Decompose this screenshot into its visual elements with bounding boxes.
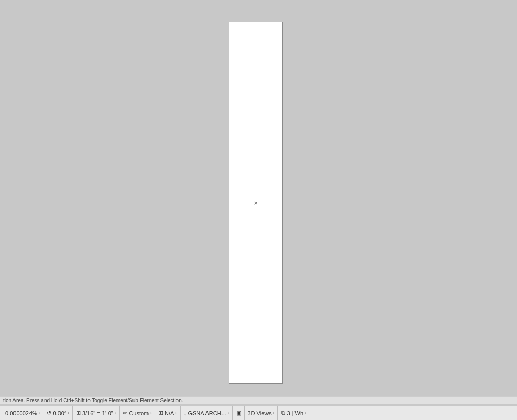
scale-status[interactable]: ⊞ 3/16" = 1'-0" › [73, 406, 120, 420]
cross-marker: × [254, 199, 258, 207]
view-mode-chevron: › [273, 411, 275, 415]
zoom-chevron: › [39, 411, 40, 415]
scale-chevron: › [115, 411, 116, 415]
canvas-area: × [0, 0, 517, 406]
rotation-status[interactable]: ↺ 0.00° › [43, 406, 72, 420]
zoom-value: 0.0000024% [5, 410, 37, 416]
status-hint-bar: tion Area. Press and Hold Ctrl+Shift to … [0, 396, 517, 404]
status-hint-text: tion Area. Press and Hold Ctrl+Shift to … [3, 398, 183, 403]
rotation-icon: ↺ [47, 410, 51, 416]
layer-label: GSNA ARCH... [188, 410, 226, 416]
layer-status[interactable]: ↓ GSNA ARCH... › [181, 406, 233, 420]
status-bar: 0.0000024% › ↺ 0.00° › ⊞ 3/16" = 1'-0" ›… [0, 406, 517, 420]
view-toggle-button[interactable]: ▣ [233, 406, 245, 420]
view-mode-status[interactable]: 3D Views › [245, 406, 278, 420]
layer-chevron: › [228, 411, 229, 415]
reference-chevron: › [175, 411, 177, 415]
zoom-status[interactable]: 0.0000024% › [2, 406, 43, 420]
annotation-icon: ✏ [123, 410, 127, 416]
rotation-chevron: › [68, 411, 69, 415]
annotation-label: Custom [129, 410, 149, 416]
reference-label: N/A [165, 410, 174, 416]
reference-status[interactable]: ⊞ N/A › [155, 406, 181, 420]
layer-icon: ↓ [184, 410, 187, 416]
view-mode-label: 3D Views [248, 410, 272, 416]
scale-label: 3/16" = 1'-0" [82, 410, 113, 416]
pages-label: 3 | Wh [287, 410, 303, 416]
annotation-status[interactable]: ✏ Custom › [120, 406, 155, 420]
document-sheet: × [229, 22, 283, 384]
pages-chevron: › [305, 411, 306, 415]
scale-icon: ⊞ [76, 410, 81, 416]
rotation-value: 0.00° [53, 410, 66, 416]
annotation-chevron: › [150, 411, 152, 415]
pages-icon: ⧉ [281, 410, 285, 416]
reference-icon: ⊞ [158, 410, 163, 416]
pages-status[interactable]: ⧉ 3 | Wh › [278, 406, 309, 420]
view-toggle-icon: ▣ [236, 410, 241, 416]
